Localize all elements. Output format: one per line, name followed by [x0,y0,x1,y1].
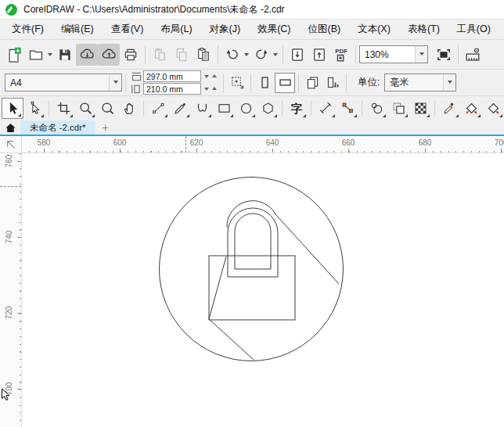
menu-edit[interactable]: 编辑(E) [52,20,103,39]
menu-view[interactable]: 查看(V) [103,20,153,39]
ruler-icon [464,46,481,63]
zoom-tool[interactable] [74,98,96,119]
page-height-field[interactable]: 210.0 mm [143,83,201,95]
propbar-separator [250,74,251,92]
menu-file[interactable]: 文件(F) [3,20,52,39]
h-ruler-label: 600 [113,138,127,147]
save-icon [57,47,73,63]
menu-layout[interactable]: 布局(L) [152,20,200,39]
h-ruler-tick [501,149,502,152]
save-button[interactable] [54,44,76,66]
pan-tool[interactable] [118,98,140,119]
color-eyedropper-tool[interactable] [438,98,460,119]
document-tab[interactable]: 未命名 -2.cdr* [20,120,95,135]
cloud-upload-button[interactable] [98,44,120,66]
new-tab-button[interactable]: + [95,120,116,135]
chevron-down-icon [113,81,118,86]
checkerboard-icon [413,101,428,116]
portrait-button[interactable] [254,73,275,93]
smart-fill-tool[interactable] [460,98,482,119]
polygon-tool[interactable] [257,98,279,119]
full-screen-icon [436,47,452,63]
zoom-level-value: 130% [365,49,389,60]
menu-table[interactable]: 表格(T) [399,20,448,39]
zoom-tool-alt[interactable] [96,98,118,119]
toolbox-bar: 字 [0,95,504,120]
b-spline-tool[interactable] [191,98,213,119]
paste-special-icon [196,47,211,63]
interactive-fill-icon [486,101,501,116]
interactive-fill-tool[interactable] [482,98,504,119]
show-rulers-button[interactable] [462,44,484,66]
menu-bitmaps[interactable]: 位图(B) [300,20,350,39]
current-page-button[interactable] [322,73,343,93]
zoom-levels-combo[interactable]: 130% [359,45,428,63]
portrait-icon [257,75,272,90]
toolbox-separator [311,101,311,117]
vertical-ruler[interactable]: 760740720700 [0,153,22,427]
page-width-spinner[interactable] [203,72,218,81]
redo-dropdown-caret[interactable] [273,53,278,59]
import-icon [290,47,305,63]
artistic-media-tool[interactable] [169,98,191,119]
paste-special-button[interactable] [193,44,214,66]
print-button[interactable] [120,44,142,66]
toolbar-separator [145,45,146,64]
copy-button[interactable] [171,44,193,66]
shape-tool[interactable] [23,98,45,119]
svg-text:字: 字 [291,102,303,115]
ellipse-tool[interactable] [235,98,257,119]
undo-icon [225,47,240,63]
landscape-button[interactable] [275,73,295,93]
crop-tool[interactable] [52,98,74,119]
full-screen-preview-button[interactable] [433,44,455,66]
propbar-separator [125,74,126,92]
open-button[interactable] [25,44,47,66]
page-width-field[interactable]: 297.0 mm [143,70,201,82]
toolbar-separator [355,45,356,64]
dimension-tool[interactable] [315,98,337,119]
transparency-tool[interactable] [387,98,409,119]
paste-button[interactable] [149,44,171,66]
dimension-tool-icon [319,101,333,116]
horizontal-ruler[interactable]: 580600620640660680700 [22,136,504,153]
welcome-screen-button[interactable] [0,120,20,135]
menu-object[interactable]: 对象(J) [201,20,250,39]
v-ruler-tick [17,389,21,389]
undo-dropdown-caret[interactable] [244,53,249,59]
pattern-fill-tool[interactable] [409,98,431,119]
menu-text[interactable]: 文本(X) [349,20,399,39]
plus-icon: + [102,121,108,134]
units-combo[interactable]: 毫米 [384,74,456,92]
cloud-download-icon [79,46,95,63]
all-pages-button[interactable] [302,73,322,93]
redo-button[interactable] [250,44,272,66]
cloud-download-button[interactable] [76,44,98,66]
ruler-origin-corner[interactable] [0,136,22,153]
drawing-canvas[interactable] [22,153,504,427]
units-caret[interactable] [443,74,455,91]
undo-button[interactable] [221,44,243,66]
rectangle-tool[interactable] [213,98,235,119]
mouse-cursor [1,388,11,402]
nudge-offset-button[interactable] [227,73,247,93]
pick-tool[interactable] [2,98,23,119]
connector-tool[interactable] [337,98,358,119]
zoom-levels-caret[interactable] [415,46,427,63]
export-icon [311,47,327,63]
publish-pdf-button[interactable]: PDF [330,44,352,66]
menu-tools[interactable]: 工具(O) [448,20,499,39]
contour-tool[interactable] [365,98,387,119]
page-size-caret[interactable] [109,74,121,91]
open-dropdown-caret[interactable] [48,53,52,59]
page-height-spinner[interactable] [203,84,218,93]
menu-effects[interactable]: 效果(C) [249,20,299,39]
import-button[interactable] [286,44,308,66]
page-size-combo[interactable]: A4 [5,74,122,92]
new-document-button[interactable] [3,44,25,66]
export-button[interactable] [308,44,330,66]
toolbox-separator [143,101,144,117]
text-tool[interactable]: 字 [286,98,308,119]
freehand-tool[interactable] [147,98,169,119]
h-ruler-label: 660 [342,138,355,147]
